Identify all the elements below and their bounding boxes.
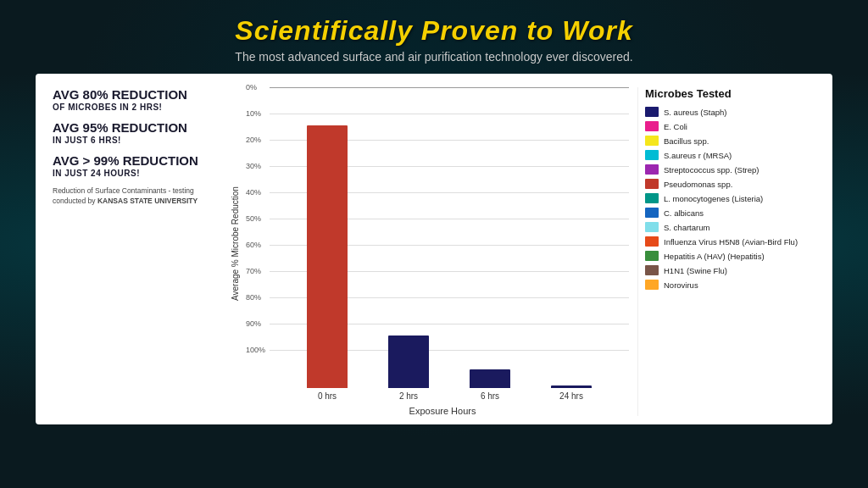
y-tick: 90%	[246, 319, 261, 328]
bar	[470, 369, 510, 388]
bar-group: 2 hrs	[388, 336, 429, 401]
legend-item: S.aureus r (MRSA)	[645, 150, 815, 160]
y-tick: 60%	[246, 241, 261, 249]
stat-main: AVG > 99% REDUCTION	[53, 153, 214, 169]
legend-item-label: Influenza Virus H5N8 (Avian-Bird Flu)	[664, 237, 798, 247]
stat-sub: IN JUST 24 HOURS!	[53, 169, 214, 178]
legend-item: Bacillus spp.	[645, 136, 815, 146]
legend-item: C. albicans	[645, 208, 815, 218]
y-tick: 70%	[246, 267, 261, 275]
stat-block: AVG > 99% REDUCTIONIN JUST 24 HOURS!	[53, 153, 214, 178]
legend-item-label: C. albicans	[664, 208, 704, 218]
legend-item-label: S. aureus (Staph)	[664, 108, 726, 117]
y-tick: 40%	[246, 188, 261, 197]
y-tick: 30%	[246, 162, 261, 170]
bar-label: 6 hrs	[481, 391, 499, 401]
y-tick: 80%	[246, 293, 261, 302]
stat-sub: OF MICROBES IN 2 HRS!	[53, 103, 214, 112]
legend-item-label: Streptococcus spp. (Strep)	[664, 165, 759, 175]
legend-color-swatch	[645, 179, 659, 189]
legend-title: Microbes Tested	[645, 87, 815, 100]
x-axis-title: Exposure Hours	[256, 406, 629, 416]
bar-group: 24 hrs	[551, 385, 592, 401]
bar-group: 6 hrs	[470, 369, 510, 401]
stat-main: AVG 95% REDUCTION	[53, 120, 214, 136]
legend-item-label: S. chartarum	[664, 223, 709, 232]
legend-color-swatch	[645, 121, 659, 131]
y-tick: 10%	[246, 109, 261, 118]
bar-group: 0 hrs	[307, 125, 348, 401]
legend-item-label: E. Coli	[664, 122, 687, 131]
legend-color-swatch	[645, 236, 659, 247]
info-card: AVG 80% REDUCTIONOF MICROBES IN 2 HRS!AV…	[36, 74, 832, 424]
y-tick: 20%	[246, 136, 261, 144]
legend-color-swatch	[645, 150, 659, 160]
legend-item-label: L. monocytogenes (Listeria)	[664, 194, 763, 203]
legend-color-swatch	[645, 136, 659, 146]
legend-color-swatch	[645, 222, 659, 232]
bar-label: 2 hrs	[399, 391, 418, 401]
y-axis-label: Average % Microbe Reduction	[231, 87, 244, 401]
legend-item: Hepatitis A (HAV) (Hepatitis)	[645, 251, 815, 261]
legend-item: Influenza Virus H5N8 (Avian-Bird Flu)	[645, 236, 815, 247]
legend-item: Pseudomonas spp.	[645, 179, 815, 189]
legend-color-swatch	[645, 280, 659, 290]
page-subtitle: The most advanced surface and air purifi…	[235, 50, 632, 64]
legend-item-label: Bacillus spp.	[664, 136, 709, 146]
bar	[388, 336, 429, 388]
bars-wrapper: 0 hrs2 hrs6 hrs24 hrs	[270, 87, 629, 401]
legend-item: S. chartarum	[645, 222, 815, 232]
legend-color-swatch	[645, 208, 659, 218]
legend-item: S. aureus (Staph)	[645, 107, 815, 117]
legend-item: Norovirus	[645, 280, 815, 290]
bar-label: 0 hrs	[318, 391, 337, 401]
bar-label: 24 hrs	[559, 391, 583, 401]
legend-color-swatch	[645, 107, 659, 117]
legend-color-swatch	[645, 164, 659, 175]
bar	[551, 385, 592, 388]
bar	[307, 125, 348, 388]
legend-item: H1N1 (Swine Flu)	[645, 265, 815, 275]
legend-item-label: Pseudomonas spp.	[664, 180, 732, 189]
legend-color-swatch	[645, 251, 659, 261]
legend-item-label: H1N1 (Swine Flu)	[664, 266, 727, 275]
legend-item-label: Norovirus	[664, 280, 698, 290]
y-tick: 100%	[246, 346, 265, 354]
legend-item: E. Coli	[645, 121, 815, 131]
legend-item-label: Hepatitis A (HAV) (Hepatitis)	[664, 252, 765, 261]
legend-color-swatch	[645, 265, 659, 275]
legend-item-label: S.aureus r (MRSA)	[664, 151, 732, 160]
page-title: Scientifically Proven to Work	[235, 15, 632, 47]
stat-block: AVG 95% REDUCTIONIN JUST 6 HRS!	[53, 120, 214, 145]
legend-item: L. monocytogenes (Listeria)	[645, 193, 815, 203]
stat-block: AVG 80% REDUCTIONOF MICROBES IN 2 HRS!	[53, 87, 214, 112]
legend-panel: Microbes Tested S. aureus (Staph)E. Coli…	[637, 87, 815, 416]
stats-panel: AVG 80% REDUCTIONOF MICROBES IN 2 HRS!AV…	[53, 87, 222, 416]
legend-item: Streptococcus spp. (Strep)	[645, 164, 815, 175]
y-tick: 0%	[246, 83, 257, 92]
stat-main: AVG 80% REDUCTION	[53, 87, 214, 103]
chart-area: Average % Microbe Reduction 0%10%20%30%4…	[231, 87, 629, 416]
stat-sub: IN JUST 6 HRS!	[53, 136, 214, 145]
footnote-text: Reduction of Surface Contaminants - test…	[53, 186, 214, 207]
y-tick: 50%	[246, 214, 261, 223]
legend-color-swatch	[645, 193, 659, 203]
